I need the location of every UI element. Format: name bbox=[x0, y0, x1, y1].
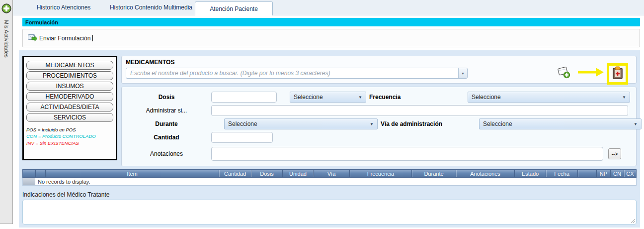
anotaciones-label: Anotaciones bbox=[122, 150, 211, 157]
cantidad-row: Cantidad bbox=[122, 132, 628, 143]
col-cx: CX bbox=[624, 170, 636, 177]
send-toolbar: Enviar Formulación bbox=[22, 29, 640, 47]
col-cantidad: Cantidad bbox=[219, 170, 251, 177]
items-table-empty-row: No records to display. bbox=[22, 178, 637, 186]
category-button-servicios[interactable]: SERVICIOS bbox=[26, 113, 113, 122]
tab-historico-atenciones[interactable]: Historico Atenciones bbox=[20, 0, 107, 15]
col-np: NP bbox=[596, 170, 610, 177]
action-icons bbox=[557, 66, 632, 81]
items-table-header: Item Cantidad Dosis Unidad Vía Frecuenci… bbox=[22, 169, 637, 178]
administrar-si-input[interactable] bbox=[211, 105, 628, 116]
cantidad-input[interactable] bbox=[211, 132, 273, 143]
col-via: Vía bbox=[313, 170, 349, 177]
category-button-actividades-dieta[interactable]: ACTIVIDADES/DIETA bbox=[26, 103, 113, 112]
legend-pos: POS = Incluido en POS bbox=[26, 126, 113, 133]
tab-content: Formulación Enviar Formulación bbox=[13, 15, 644, 229]
category-button-procedimientos[interactable]: PROCEDIMIENTOS bbox=[26, 71, 113, 80]
col-frecuencia: Frecuencia bbox=[349, 170, 411, 177]
product-search-combobox[interactable]: ▼ bbox=[126, 68, 468, 79]
dosis-unit-select[interactable]: Seleccione ▼ bbox=[290, 92, 366, 103]
dosing-fields-panel: Dosis Seleccione ▼ Frecuencia Seleccione… bbox=[121, 87, 637, 166]
tab-bar: Historico Atenciones Historico Contenido… bbox=[13, 0, 644, 15]
durante-value: Seleccione bbox=[228, 120, 257, 127]
tab-atencion-paciente[interactable]: Atención Paciente bbox=[195, 1, 273, 15]
anotaciones-input[interactable] bbox=[211, 147, 603, 161]
col-select bbox=[23, 170, 35, 177]
durante-select[interactable]: Seleccione ▼ bbox=[224, 118, 378, 129]
add-document-icon[interactable] bbox=[557, 66, 571, 81]
top-row: MEDICAMENTOS PROCEDIMIENTOS INSUMOS HEMO… bbox=[22, 56, 637, 166]
col-edit bbox=[35, 170, 45, 177]
durante-row: Durante Seleccione ▼ Vía de administraci… bbox=[122, 118, 628, 129]
annotation-highlight-box bbox=[607, 63, 628, 85]
chevron-down-icon: ▼ bbox=[634, 122, 638, 126]
medication-entry-column: MEDICAMENTOS ▼ bbox=[121, 56, 637, 166]
administrar-row: Administrar si... bbox=[122, 105, 628, 116]
text-cursor bbox=[92, 35, 93, 41]
col-anotaciones: Anotaciones bbox=[456, 170, 514, 177]
frecuencia-select[interactable]: Seleccione ▼ bbox=[468, 92, 630, 103]
search-combo-row: ▼ bbox=[126, 67, 632, 79]
formulation-workarea: MEDICAMENTOS PROCEDIMIENTOS INSUMOS HEMO… bbox=[19, 50, 640, 228]
product-search-panel: MEDICAMENTOS ▼ bbox=[121, 56, 637, 84]
cantidad-label: Cantidad bbox=[122, 134, 211, 141]
no-records-message: No records to display. bbox=[35, 178, 90, 185]
indications-textarea-wrap bbox=[22, 200, 637, 225]
search-panel-title: MEDICAMENTOS bbox=[126, 59, 632, 66]
legend-con: CON = Producto CONTROLADO bbox=[26, 133, 113, 139]
col-extra bbox=[577, 170, 596, 177]
annotation-arrow-icon bbox=[578, 67, 604, 79]
add-item-button[interactable]: --> bbox=[608, 148, 621, 159]
administrar-si-label: Administrar si... bbox=[122, 107, 211, 114]
send-formulation-label: Enviar Formulación bbox=[39, 35, 90, 42]
dosis-label: Dosis bbox=[122, 94, 211, 101]
items-table: Item Cantidad Dosis Unidad Vía Frecuenci… bbox=[22, 169, 637, 186]
legend-inv: INV = Sin EXISTENCIAS bbox=[26, 140, 113, 146]
col-item: Item bbox=[45, 170, 219, 177]
send-formulation-button[interactable]: Enviar Formulación bbox=[28, 34, 93, 43]
dosis-row: Dosis Seleccione ▼ Frecuencia Seleccione… bbox=[122, 92, 628, 103]
category-button-medicamentos[interactable]: MEDICAMENTOS bbox=[26, 61, 113, 70]
combo-dropdown-button[interactable]: ▼ bbox=[458, 68, 467, 78]
dosis-unit-value: Seleccione bbox=[294, 94, 323, 101]
main-area: Historico Atenciones Historico Contenido… bbox=[13, 0, 644, 229]
category-button-hemoderivado[interactable]: HEMODERIVADO bbox=[26, 92, 113, 101]
legend: POS = Incluido en POS CON = Producto CON… bbox=[26, 126, 113, 146]
mis-actividades-side-tab[interactable]: Mis Actividades bbox=[0, 0, 13, 224]
app-window: Mis Actividades Historico Atenciones His… bbox=[0, 0, 644, 229]
dosis-input[interactable] bbox=[211, 92, 277, 103]
formulate-clipboard-icon[interactable] bbox=[612, 66, 624, 82]
tab-historico-contenido-multimedia[interactable]: Historico Contenido Multimedia bbox=[107, 0, 195, 15]
col-fecha: Fecha bbox=[546, 170, 577, 177]
via-administracion-select[interactable]: Seleccione ▼ bbox=[479, 118, 642, 129]
col-cn: CN bbox=[610, 170, 624, 177]
category-button-insumos[interactable]: INSUMOS bbox=[26, 82, 113, 91]
category-panel: MEDICAMENTOS PROCEDIMIENTOS INSUMOS HEMO… bbox=[22, 56, 117, 160]
add-activity-icon[interactable] bbox=[1, 3, 11, 15]
anotaciones-row: Anotaciones --> bbox=[122, 147, 628, 161]
row-stub-cell bbox=[23, 178, 35, 185]
col-estado: Estado bbox=[514, 170, 546, 177]
send-mail-icon bbox=[28, 34, 37, 43]
col-unidad: Unidad bbox=[282, 170, 313, 177]
chevron-down-icon: ▼ bbox=[358, 95, 362, 100]
durante-label: Durante bbox=[122, 120, 211, 127]
chevron-down-icon: ▼ bbox=[622, 95, 626, 100]
section-title: Formulación bbox=[25, 19, 58, 25]
indications-label: Indicaciones del Médico Tratante bbox=[22, 191, 637, 198]
via-administracion-label: Vía de administración bbox=[381, 120, 479, 127]
frecuencia-value: Seleccione bbox=[472, 94, 501, 101]
frecuencia-label: Frecuencia bbox=[369, 94, 468, 101]
col-durante: Durante bbox=[411, 170, 456, 177]
via-administracion-value: Seleccione bbox=[483, 120, 512, 127]
side-tab-label: Mis Actividades bbox=[3, 20, 9, 58]
chevron-down-icon: ▼ bbox=[370, 122, 374, 126]
section-header: Formulación bbox=[22, 18, 640, 26]
col-dosis: Dosis bbox=[251, 170, 282, 177]
product-search-input[interactable] bbox=[126, 68, 458, 78]
indications-textarea[interactable] bbox=[23, 200, 636, 224]
